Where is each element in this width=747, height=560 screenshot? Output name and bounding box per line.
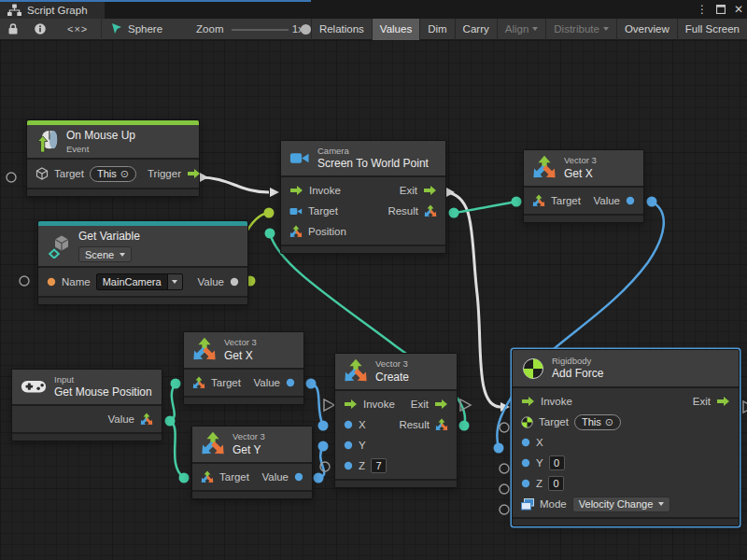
port-label-result: Result bbox=[388, 205, 418, 217]
node-title: Get Variable bbox=[78, 230, 140, 244]
chevron-down-icon bbox=[172, 280, 177, 284]
info-button[interactable] bbox=[26, 19, 54, 40]
float-port-icon[interactable] bbox=[344, 420, 353, 429]
port-label-z: Z bbox=[536, 478, 543, 489]
port-label-y: Y bbox=[359, 440, 366, 451]
node-vector3-get-x-top[interactable]: Vector 3 Get X Target Value bbox=[523, 149, 644, 223]
zoom-slider-handle[interactable] bbox=[301, 24, 311, 35]
exec-arrow-icon[interactable] bbox=[344, 399, 358, 410]
mouse-icon bbox=[35, 130, 59, 153]
node-title: Screen To World Point bbox=[317, 157, 429, 171]
vector3-port-icon[interactable] bbox=[424, 204, 437, 218]
tab-script-graph[interactable]: Script Graph bbox=[0, 2, 105, 19]
node-title: Get X bbox=[564, 167, 597, 181]
exec-arrow-icon[interactable] bbox=[434, 399, 448, 410]
port-label-invoke: Invoke bbox=[363, 399, 395, 410]
node-screen-to-world-point[interactable]: Camera Screen To World Point Invoke Exit… bbox=[280, 140, 446, 254]
vector3-icon bbox=[192, 337, 217, 363]
node-on-mouse-up[interactable]: On Mouse Up Event Target This ⊙ Trigger bbox=[26, 119, 200, 197]
vector3-port-icon[interactable] bbox=[532, 194, 545, 208]
node-footer bbox=[281, 245, 445, 253]
gameobject-icon bbox=[35, 167, 49, 180]
float-port-icon[interactable] bbox=[286, 378, 295, 387]
exec-arrow-icon[interactable] bbox=[423, 185, 437, 196]
vector3-port-icon[interactable] bbox=[201, 470, 214, 484]
zoom-slider[interactable] bbox=[232, 19, 289, 40]
chevron-down-icon bbox=[120, 253, 125, 257]
float-port-icon[interactable] bbox=[521, 458, 530, 468]
node-vector3-create[interactable]: Vector 3 Create Invoke Exit X Result Y Z… bbox=[334, 353, 458, 488]
toolbar-button-carry[interactable]: Carry bbox=[455, 19, 497, 40]
node-vector3-get-x-mid[interactable]: Vector 3 Get X Target Value bbox=[183, 331, 304, 405]
toolbar-button-values[interactable]: Values bbox=[372, 19, 419, 40]
mode-dropdown[interactable]: Velocity Change bbox=[572, 497, 671, 512]
port-label-exit: Exit bbox=[693, 396, 711, 407]
enum-port-icon[interactable] bbox=[521, 498, 534, 511]
target-self-button[interactable]: This ⊙ bbox=[90, 166, 136, 182]
node-footer bbox=[513, 517, 739, 525]
y-value-field[interactable]: 0 bbox=[549, 455, 565, 470]
rigidbody-port-icon[interactable] bbox=[521, 416, 533, 428]
gamepad-icon bbox=[21, 378, 47, 396]
z-value-field[interactable]: 7 bbox=[371, 458, 387, 473]
vector3-port-icon[interactable] bbox=[289, 225, 303, 239]
port-label-target: Target bbox=[308, 205, 338, 217]
rigidbody-icon bbox=[522, 357, 544, 380]
kebab-menu-icon[interactable]: ⋮ bbox=[697, 4, 708, 15]
port-label-invoke: Invoke bbox=[541, 396, 572, 407]
port-label-position: Position bbox=[308, 226, 346, 237]
port-label-result: Result bbox=[399, 419, 430, 430]
node-get-variable[interactable]: Get Variable Scene Name MainCamera Value bbox=[37, 220, 248, 305]
toolbar-button-align[interactable]: Align bbox=[497, 19, 546, 40]
close-icon[interactable]: ✕ bbox=[734, 4, 743, 15]
node-vector3-get-y[interactable]: Vector 3 Get Y Target Value bbox=[191, 426, 313, 499]
node-category: Vector 3 bbox=[375, 358, 409, 369]
graph-breadcrumb[interactable]: Sphere bbox=[102, 23, 172, 35]
exec-arrow-icon[interactable] bbox=[187, 168, 201, 179]
node-get-mouse-position[interactable]: Input Get Mouse Position Value bbox=[11, 369, 162, 441]
toolbar-button-relations[interactable]: Relations bbox=[311, 19, 372, 40]
port-label-value: Value bbox=[197, 276, 224, 287]
string-port-icon[interactable] bbox=[47, 277, 56, 287]
exec-arrow-icon[interactable] bbox=[521, 396, 535, 407]
port-label-name: Name bbox=[62, 276, 91, 287]
vector3-port-icon[interactable] bbox=[435, 418, 448, 432]
node-footer bbox=[524, 214, 643, 222]
float-port-icon[interactable] bbox=[521, 479, 530, 488]
float-port-icon[interactable] bbox=[344, 461, 353, 470]
variable-scope-dropdown[interactable]: Scene bbox=[78, 246, 132, 262]
inspect-code-button[interactable]: <×> bbox=[54, 23, 101, 35]
graph-icon bbox=[7, 4, 21, 17]
node-category: Vector 3 bbox=[224, 337, 257, 347]
float-port-icon[interactable] bbox=[626, 196, 635, 205]
node-footer bbox=[184, 396, 303, 404]
node-category: Input bbox=[54, 374, 152, 385]
target-self-button[interactable]: This ⊙ bbox=[574, 414, 621, 430]
toolbar-button-distribute[interactable]: Distribute bbox=[545, 19, 616, 40]
node-category: Camera bbox=[317, 146, 429, 156]
vector3-port-icon[interactable] bbox=[140, 413, 153, 427]
node-category: Vector 3 bbox=[564, 155, 597, 165]
port-label-target: Target bbox=[539, 416, 569, 427]
camera-port-icon[interactable] bbox=[289, 206, 303, 217]
port-label-value: Value bbox=[593, 195, 620, 206]
variable-name-dropdown[interactable]: MainCamera bbox=[96, 273, 183, 290]
toolbar-button-fullscreen[interactable]: Full Screen bbox=[677, 19, 747, 40]
exec-arrow-icon[interactable] bbox=[716, 396, 730, 407]
object-port-icon[interactable] bbox=[230, 277, 239, 287]
float-port-icon[interactable] bbox=[521, 438, 530, 447]
lock-button[interactable] bbox=[0, 19, 26, 40]
exec-arrow-icon[interactable] bbox=[289, 185, 303, 196]
node-rigidbody-add-force[interactable]: Rigidbody Add Force Invoke Exit Target T… bbox=[512, 349, 740, 526]
target-icon: ⊙ bbox=[120, 168, 129, 180]
toolbar-button-dim[interactable]: Dim bbox=[419, 19, 454, 40]
float-port-icon[interactable] bbox=[294, 472, 303, 482]
float-port-icon[interactable] bbox=[344, 441, 353, 450]
vector3-port-icon[interactable] bbox=[192, 376, 205, 390]
maximize-icon[interactable] bbox=[716, 5, 726, 14]
chevron-down-icon bbox=[532, 27, 538, 31]
port-label-target: Target bbox=[219, 471, 249, 483]
toolbar-button-overview[interactable]: Overview bbox=[616, 19, 677, 40]
zoom-label: Zoom bbox=[172, 23, 231, 35]
z-value-field[interactable]: 0 bbox=[548, 476, 564, 491]
